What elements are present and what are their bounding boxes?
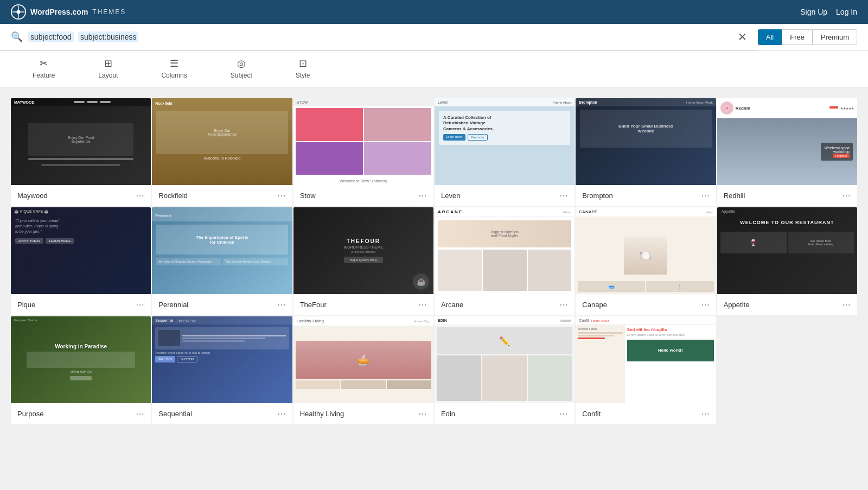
theme-menu-maywood[interactable]: ⋯ — [136, 190, 144, 201]
theme-card-thefour[interactable]: THEFOUR WORDPRESS THEME Business Theme B… — [293, 207, 433, 315]
theme-card-edin[interactable]: EDIN ✏️ Edin ⋯ — [435, 316, 575, 424]
tab-style[interactable]: ⊡ Style — [274, 51, 332, 87]
theme-card-appetite[interactable]: Appetite WELCOME TO OUR RESTAURANT 🍷 We … — [717, 207, 857, 315]
theme-menu-redhill[interactable]: ⋯ — [842, 190, 851, 201]
theme-card-canape[interactable]: CANAPÉ menu 🍽️ 🥣 🍴 Canape — [576, 207, 716, 315]
theme-preview-redhill: 🌸 Redhill ★★★★★ Weekend yogaworkshopRegi… — [717, 98, 857, 185]
log-in-link[interactable]: Log In — [836, 8, 857, 16]
theme-footer-pique: Pique ⋯ — [11, 294, 151, 315]
filter-tabs-bar: ✂ Feature ⊞ Layout ☰ Columns ◎ Subject ⊡… — [0, 51, 868, 87]
theme-menu-rockfield[interactable]: ⋯ — [277, 190, 286, 201]
theme-card-maywood[interactable]: MAYWOOD Enjoy Our FoodExperience Maywood… — [11, 98, 151, 206]
columns-icon: ☰ — [170, 58, 178, 69]
type-filters: All Free Premium — [758, 29, 857, 45]
theme-name-perennial: Perennial — [158, 301, 188, 309]
search-input[interactable]: subject:food subject:business — [28, 32, 732, 42]
theme-preview-pique: ☕ PIQUE CAFE ☕ "If your cafe is your bre… — [11, 207, 151, 294]
theme-menu-edin[interactable]: ⋯ — [559, 409, 568, 419]
theme-footer-rockfield: Rockfield ⋯ — [152, 185, 292, 206]
theme-footer-sequential: Sequential ⋯ — [152, 403, 292, 424]
header-nav: Sign Up Log In — [800, 8, 857, 16]
theme-card-pique[interactable]: ☕ PIQUE CAFE ☕ "If your cafe is your bre… — [11, 207, 151, 315]
style-icon: ⊡ — [299, 58, 307, 69]
theme-name-thefour: TheFour — [300, 301, 327, 309]
tab-columns-label: Columns — [161, 72, 187, 79]
theme-preview-arcane: ARCANE. Menu Biggest Nutritionand Food M… — [435, 207, 575, 294]
search-filter-bar: 🔍 subject:food subject:business ✕ All Fr… — [0, 24, 868, 51]
tab-subject[interactable]: ◎ Subject — [209, 51, 274, 87]
theme-menu-thefour[interactable]: ⋯ — [418, 300, 427, 310]
theme-footer-redhill: Redhill ⋯ — [717, 185, 857, 206]
theme-card-arcane[interactable]: ARCANE. Menu Biggest Nutritionand Food M… — [435, 207, 575, 315]
theme-menu-appetite[interactable]: ⋯ — [842, 300, 851, 310]
theme-card-purpose[interactable]: Purpose Theme Working in Paradise What W… — [11, 316, 151, 424]
tab-feature[interactable]: ✂ Feature — [11, 51, 76, 87]
theme-preview-perennial: Perennial The Importance of Sportsfor Ch… — [152, 207, 292, 294]
theme-name-pique: Pique — [17, 301, 35, 309]
theme-name-sequential: Sequential — [158, 410, 192, 418]
theme-preview-confit: Confit Home About Recent Posts Sed elit … — [576, 316, 716, 403]
sign-up-link[interactable]: Sign Up — [800, 8, 827, 16]
theme-footer-perennial: Perennial ⋯ — [152, 294, 292, 315]
theme-menu-brompton[interactable]: ⋯ — [701, 190, 710, 201]
search-tag-food: subject:food — [28, 31, 74, 42]
theme-card-redhill[interactable]: 🌸 Redhill ★★★★★ Weekend yogaworkshopRegi… — [717, 98, 857, 206]
theme-footer-confit: Confit ⋯ — [576, 403, 716, 424]
theme-preview-edin: EDIN ✏️ — [435, 316, 575, 403]
theme-card-perennial[interactable]: Perennial The Importance of Sportsfor Ch… — [152, 207, 292, 315]
theme-menu-canape[interactable]: ⋯ — [701, 300, 710, 310]
theme-menu-purpose[interactable]: ⋯ — [136, 409, 144, 419]
theme-footer-arcane: Arcane ⋯ — [435, 294, 575, 315]
theme-footer-edin: Edin ⋯ — [435, 403, 575, 424]
theme-card-healthyliving[interactable]: Healthy Living Home Blog 🥧 — [293, 316, 433, 424]
theme-preview-thefour: THEFOUR WORDPRESS THEME Business Theme B… — [293, 207, 433, 294]
tab-columns[interactable]: ☰ Columns — [139, 51, 208, 87]
theme-name-leven: Leven — [441, 192, 460, 200]
theme-preview-brompton: Brompton Home About Work Build Your Smal… — [576, 98, 716, 185]
theme-menu-confit[interactable]: ⋯ — [701, 409, 710, 419]
search-clear-icon[interactable]: ✕ — [738, 30, 747, 43]
theme-name-redhill: Redhill — [724, 192, 745, 200]
theme-preview-maywood: MAYWOOD Enjoy Our FoodExperience — [11, 98, 151, 185]
tab-layout[interactable]: ⊞ Layout — [76, 51, 139, 87]
premium-filter-button[interactable]: Premium — [813, 29, 857, 45]
theme-preview-stow: STOW Welcome to Stow Stationery — [293, 98, 433, 185]
theme-footer-appetite: Appetite ⋯ — [717, 294, 857, 315]
brand: WordPress.com THEMES — [11, 4, 126, 20]
theme-menu-pique[interactable]: ⋯ — [136, 300, 144, 310]
theme-name-canape: Canape — [582, 301, 607, 309]
theme-card-brompton[interactable]: Brompton Home About Work Build Your Smal… — [576, 98, 716, 206]
theme-card-confit[interactable]: Confit Home About Recent Posts Sed elit … — [576, 316, 716, 424]
search-container: 🔍 subject:food subject:business ✕ — [0, 24, 758, 50]
theme-preview-leven: Leven Home About A Curated Collection of… — [435, 98, 575, 185]
tab-subject-label: Subject — [231, 72, 252, 79]
themes-grid: MAYWOOD Enjoy Our FoodExperience Maywood… — [0, 87, 868, 435]
theme-menu-healthyliving[interactable]: ⋯ — [418, 409, 427, 419]
theme-footer-maywood: Maywood ⋯ — [11, 185, 151, 206]
theme-menu-leven[interactable]: ⋯ — [559, 190, 568, 201]
brand-wordpress: WordPress.com — [30, 8, 88, 16]
theme-card-stow[interactable]: STOW Welcome to Stow Stationery Stow ⋯ — [293, 98, 433, 206]
theme-card-sequential[interactable]: Sequential Pg1 Pg2 Pg3 Another great pla… — [152, 316, 292, 424]
theme-name-confit: Confit — [582, 410, 601, 418]
theme-name-edin: Edin — [441, 410, 455, 418]
theme-footer-thefour: TheFour ⋯ — [293, 294, 433, 315]
theme-footer-stow: Stow ⋯ — [293, 185, 433, 206]
theme-name-purpose: Purpose — [17, 410, 43, 418]
theme-menu-stow[interactable]: ⋯ — [418, 190, 427, 201]
theme-menu-perennial[interactable]: ⋯ — [277, 300, 286, 310]
theme-name-brompton: Brompton — [582, 192, 612, 200]
theme-footer-leven: Leven ⋯ — [435, 185, 575, 206]
theme-menu-arcane[interactable]: ⋯ — [559, 300, 568, 310]
theme-name-arcane: Arcane — [441, 301, 463, 309]
theme-preview-healthyliving: Healthy Living Home Blog 🥧 — [293, 316, 433, 403]
tab-feature-label: Feature — [33, 72, 55, 79]
free-filter-button[interactable]: Free — [782, 29, 813, 45]
theme-card-leven[interactable]: Leven Home About A Curated Collection of… — [435, 98, 575, 206]
theme-footer-canape: Canape ⋯ — [576, 294, 716, 315]
theme-preview-appetite: Appetite WELCOME TO OUR RESTAURANT 🍷 We … — [717, 207, 857, 294]
theme-card-rockfield[interactable]: Rockfield Enjoy OurFood Experience Welco… — [152, 98, 292, 206]
wordpress-logo — [11, 4, 26, 20]
theme-menu-sequential[interactable]: ⋯ — [277, 409, 286, 419]
all-filter-button[interactable]: All — [758, 29, 782, 45]
